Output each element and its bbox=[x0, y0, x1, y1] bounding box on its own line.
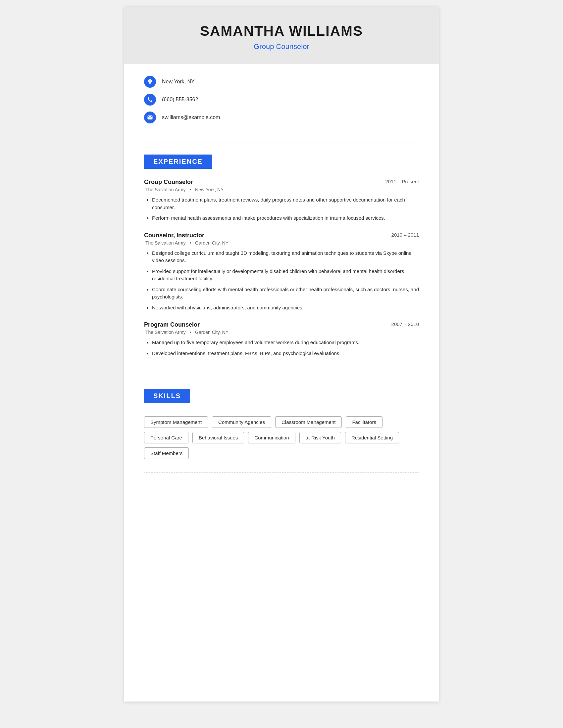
contact-section: New York, NY (660) 555-8562 swilliams@ex… bbox=[124, 64, 439, 139]
bullet-item: Coordinate counseling efforts with menta… bbox=[152, 286, 419, 301]
contact-location: New York, NY bbox=[144, 76, 419, 88]
bullet-item: Perform mental health assessments and in… bbox=[152, 214, 419, 222]
candidate-title: Group Counselor bbox=[144, 42, 419, 51]
resume-container: SAMANTHA WILLIAMS Group Counselor New Yo… bbox=[124, 7, 439, 702]
job-dates-2: 2010 – 2011 bbox=[392, 232, 419, 238]
bottom-divider bbox=[144, 472, 419, 473]
job-bullets-3: Managed up to five temporary employees a… bbox=[144, 339, 419, 357]
header-section: SAMANTHA WILLIAMS Group Counselor bbox=[124, 7, 439, 64]
bullet-item: Documented treatment plans, treatment re… bbox=[152, 196, 419, 211]
location-text: New York, NY bbox=[162, 79, 195, 85]
bullet-item: Developed interventions, treatment plans… bbox=[152, 350, 419, 357]
skills-container: Symptom Management Community Agencies Cl… bbox=[144, 416, 419, 459]
job-company-3: The Salvation Army • Garden City, NY bbox=[144, 330, 419, 335]
skill-tag-community-agencies: Community Agencies bbox=[212, 416, 271, 428]
skill-tag-personal-care: Personal Care bbox=[144, 432, 188, 443]
phone-icon bbox=[144, 94, 156, 106]
job-dates-1: 2011 – Present bbox=[385, 179, 419, 184]
job-bullets-2: Designed college curriculum and taught 3… bbox=[144, 250, 419, 312]
bullet-item: Provided support for intellectually or d… bbox=[152, 268, 419, 283]
candidate-name: SAMANTHA WILLIAMS bbox=[144, 23, 419, 39]
experience-section: EXPERIENCE Group Counselor 2011 – Presen… bbox=[124, 143, 439, 377]
job-header-3: Program Counselor 2007 – 2010 bbox=[144, 321, 419, 328]
job-company-2: The Salvation Army • Garden City, NY bbox=[144, 240, 419, 246]
skills-section: SKILLS Symptom Management Community Agen… bbox=[124, 377, 439, 472]
phone-text: (660) 555-8562 bbox=[162, 97, 198, 103]
job-entry-2: Counselor, Instructor 2010 – 2011 The Sa… bbox=[144, 232, 419, 312]
contact-email: swilliams@example.com bbox=[144, 112, 419, 123]
job-header-2: Counselor, Instructor 2010 – 2011 bbox=[144, 232, 419, 239]
job-company-1: The Salvation Army • New York, NY bbox=[144, 187, 419, 192]
skills-header: SKILLS bbox=[144, 389, 190, 403]
job-title-1: Group Counselor bbox=[144, 179, 193, 186]
bullet-item: Managed up to five temporary employees a… bbox=[152, 339, 419, 346]
skill-tag-classroom-management: Classroom Management bbox=[275, 416, 342, 428]
experience-header: EXPERIENCE bbox=[144, 155, 212, 169]
email-icon bbox=[144, 112, 156, 123]
job-title-3: Program Counselor bbox=[144, 321, 200, 328]
job-entry-1: Group Counselor 2011 – Present The Salva… bbox=[144, 179, 419, 222]
job-title-2: Counselor, Instructor bbox=[144, 232, 204, 239]
location-icon bbox=[144, 76, 156, 88]
skill-tag-at-risk-youth: at-Risk Youth bbox=[300, 432, 341, 443]
skill-tag-communication: Communication bbox=[248, 432, 295, 443]
skill-tag-residential-setting: Residential Setting bbox=[345, 432, 399, 443]
skill-tag-symptom-management: Symptom Management bbox=[144, 416, 208, 428]
skill-tag-behavioral-issues: Behavioral Issues bbox=[192, 432, 244, 443]
bullet-item: Designed college curriculum and taught 3… bbox=[152, 250, 419, 264]
job-header-1: Group Counselor 2011 – Present bbox=[144, 179, 419, 186]
job-bullets-1: Documented treatment plans, treatment re… bbox=[144, 196, 419, 222]
bullet-item: Networked with physicians, administrator… bbox=[152, 304, 419, 312]
skill-tag-facilitators: Facilitators bbox=[346, 416, 383, 428]
contact-phone: (660) 555-8562 bbox=[144, 94, 419, 106]
job-entry-3: Program Counselor 2007 – 2010 The Salvat… bbox=[144, 321, 419, 357]
skill-tag-staff-members: Staff Members bbox=[144, 447, 189, 459]
email-text: swilliams@example.com bbox=[162, 114, 220, 120]
job-dates-3: 2007 – 2010 bbox=[392, 321, 419, 327]
